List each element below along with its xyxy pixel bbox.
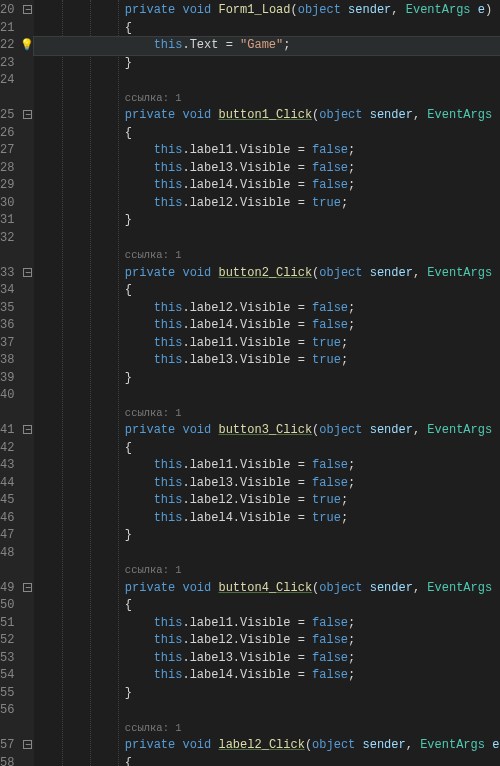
codelens-line[interactable]: ссылка: 1 [34,247,500,265]
line-number[interactable]: 50 [0,597,20,615]
line-number[interactable]: 51 [0,615,20,633]
code-line[interactable]: this.label2.Visible = true; [34,195,500,213]
code-line[interactable]: this.label4.Visible = false; [34,667,500,685]
code-line[interactable]: } [34,212,500,230]
code-editor[interactable]: 2021222324252627282930313233343536373839… [0,0,500,766]
line-number[interactable]: 35 [0,300,20,318]
fold-cell[interactable] [20,422,34,440]
code-line[interactable]: { [34,20,500,38]
line-number[interactable]: 58 [0,755,20,767]
code-line[interactable]: private void button1_Click(object sender… [34,107,500,125]
line-number[interactable]: 24 [0,72,20,90]
code-line[interactable]: this.label1.Visible = false; [34,615,500,633]
code-line[interactable]: this.label4.Visible = false; [34,317,500,335]
code-line[interactable]: this.label3.Visible = false; [34,650,500,668]
code-line[interactable] [34,702,500,720]
code-line[interactable]: this.label2.Visible = false; [34,632,500,650]
line-number[interactable]: 22 [0,37,20,55]
code-line[interactable]: { [34,282,500,300]
code-line[interactable]: this.label1.Visible = false; [34,457,500,475]
line-number[interactable]: 31 [0,212,20,230]
code-line[interactable]: } [34,55,500,73]
line-number[interactable]: 33 [0,265,20,283]
code-line[interactable]: private void button4_Click(object sender… [34,580,500,598]
line-number[interactable]: 32 [0,230,20,248]
line-number[interactable] [0,562,20,580]
line-number-gutter[interactable]: 2021222324252627282930313233343536373839… [0,0,20,766]
code-line[interactable]: } [34,370,500,388]
code-line[interactable]: this.label1.Visible = true; [34,335,500,353]
line-number[interactable]: 54 [0,667,20,685]
line-number[interactable]: 52 [0,632,20,650]
line-number[interactable]: 20 [0,2,20,20]
line-number[interactable]: 43 [0,457,20,475]
fold-toggle-icon[interactable] [23,5,32,14]
code-line[interactable]: this.label3.Visible = true; [34,352,500,370]
line-number[interactable]: 40 [0,387,20,405]
fold-toggle-icon[interactable] [23,110,32,119]
line-number[interactable] [0,90,20,108]
line-number[interactable]: 45 [0,492,20,510]
folding-column[interactable]: 💡 [20,0,34,766]
line-number[interactable]: 39 [0,370,20,388]
line-number[interactable]: 26 [0,125,20,143]
code-line[interactable] [34,72,500,90]
fold-toggle-icon[interactable] [23,740,32,749]
code-line[interactable]: } [34,685,500,703]
line-number[interactable]: 57 [0,737,20,755]
line-number[interactable]: 47 [0,527,20,545]
line-number[interactable]: 23 [0,55,20,73]
lightbulb-icon[interactable]: 💡 [20,39,34,51]
code-line[interactable]: private void label2_Click(object sender,… [34,737,500,755]
line-number[interactable]: 27 [0,142,20,160]
code-line[interactable]: private void Form1_Load(object sender, E… [34,2,500,20]
code-line[interactable]: { [34,125,500,143]
fold-cell[interactable] [20,737,34,755]
code-line[interactable]: this.label3.Visible = false; [34,475,500,493]
code-line[interactable]: this.label4.Visible = false; [34,177,500,195]
code-line[interactable]: this.label2.Visible = true; [34,492,500,510]
line-number[interactable]: 55 [0,685,20,703]
line-number[interactable]: 53 [0,650,20,668]
code-line[interactable] [34,545,500,563]
line-number[interactable]: 37 [0,335,20,353]
fold-cell[interactable] [20,107,34,125]
code-line[interactable]: } [34,527,500,545]
line-number[interactable] [0,720,20,738]
line-number[interactable]: 21 [0,20,20,38]
line-number[interactable]: 48 [0,545,20,563]
line-number[interactable] [0,247,20,265]
code-line[interactable] [34,230,500,248]
fold-toggle-icon[interactable] [23,425,32,434]
line-number[interactable] [0,405,20,423]
line-number[interactable]: 34 [0,282,20,300]
code-line[interactable]: this.label3.Visible = false; [34,160,500,178]
fold-cell[interactable] [20,265,34,283]
line-number[interactable]: 46 [0,510,20,528]
codelens-line[interactable]: ссылка: 1 [34,405,500,423]
line-number[interactable]: 28 [0,160,20,178]
fold-toggle-icon[interactable] [23,268,32,277]
line-number[interactable]: 41 [0,422,20,440]
code-line[interactable]: this.label2.Visible = false; [34,300,500,318]
code-line[interactable]: { [34,440,500,458]
code-line[interactable]: this.label4.Visible = true; [34,510,500,528]
codelens-line[interactable]: ссылка: 1 [34,562,500,580]
codelens-line[interactable]: ссылка: 1 [34,720,500,738]
code-line[interactable]: private void button3_Click(object sender… [34,422,500,440]
line-number[interactable]: 36 [0,317,20,335]
line-number[interactable]: 38 [0,352,20,370]
fold-cell[interactable] [20,580,34,598]
code-line[interactable]: { [34,597,500,615]
line-number[interactable]: 44 [0,475,20,493]
code-line[interactable]: { [34,755,500,767]
fold-cell[interactable] [20,2,34,20]
code-line[interactable]: this.label1.Visible = false; [34,142,500,160]
code-line[interactable] [34,387,500,405]
code-line[interactable]: this.Text = "Game"; [34,37,500,55]
fold-toggle-icon[interactable] [23,583,32,592]
line-number[interactable]: 25 [0,107,20,125]
line-number[interactable]: 49 [0,580,20,598]
line-number[interactable]: 30 [0,195,20,213]
line-number[interactable]: 42 [0,440,20,458]
